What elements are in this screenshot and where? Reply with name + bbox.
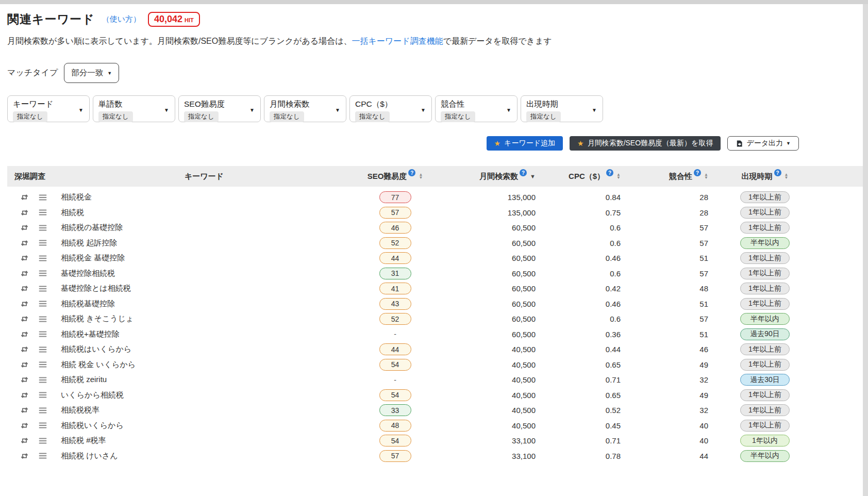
menu-icon[interactable]: [39, 270, 47, 277]
suggest-dig-icon[interactable]: [20, 300, 29, 308]
sort-icon[interactable]: ▲▼: [784, 173, 789, 179]
keyword-cell: いくらから相続税: [61, 390, 347, 400]
seo-difficulty-badge: 57: [379, 207, 411, 219]
seo-difficulty-badge: 44: [379, 343, 411, 355]
match-type-value: 部分一致: [71, 68, 103, 78]
suggest-dig-icon[interactable]: [20, 223, 29, 232]
column-header-seo-difficulty[interactable]: SEO難易度 ? ▲▼: [347, 172, 443, 181]
seo-difficulty-badge: 41: [379, 283, 411, 294]
help-icon[interactable]: ?: [694, 169, 701, 176]
keyword-cell: 相続税の基礎控除: [61, 223, 347, 233]
search-volume-value: 60,500: [443, 223, 543, 232]
suggest-dig-icon[interactable]: [20, 421, 29, 430]
suggest-dig-icon[interactable]: [20, 284, 29, 293]
sort-desc-icon[interactable]: ▼: [530, 173, 536, 179]
menu-icon[interactable]: [39, 422, 47, 429]
cpc-value: 0.52: [543, 406, 628, 415]
menu-icon[interactable]: [39, 224, 47, 232]
export-data-button[interactable]: データ出力 ▼: [727, 136, 799, 151]
add-keyword-button[interactable]: ★ キーワード追加: [487, 136, 563, 151]
suggest-dig-icon[interactable]: [20, 436, 29, 445]
search-volume-value: 60,500: [443, 239, 543, 247]
help-icon[interactable]: ?: [408, 169, 415, 176]
keyword-text: 相続税はいくらから: [61, 344, 131, 353]
menu-icon[interactable]: [39, 376, 47, 384]
search-volume-value: 60,500: [443, 300, 543, 308]
seo-difficulty-badge: 48: [379, 420, 411, 432]
help-icon[interactable]: ?: [520, 169, 527, 176]
column-header-appearance-period[interactable]: 出現時期 ? ▲▼: [716, 172, 814, 181]
menu-icon[interactable]: [39, 391, 47, 399]
filter-cpc[interactable]: CPC（$） 指定なし ▼: [349, 95, 432, 122]
menu-icon[interactable]: [39, 255, 47, 262]
menu-icon[interactable]: [39, 361, 47, 368]
menu-icon[interactable]: [39, 316, 47, 323]
table-row: 相続税 起訴控除 52 60,500 0.6 57 半年以内: [7, 236, 868, 251]
appearance-period-badge: 1年以上前: [740, 207, 790, 219]
suggest-dig-icon[interactable]: [20, 360, 29, 369]
suggest-dig-icon[interactable]: [20, 375, 29, 384]
suggest-dig-icon[interactable]: [20, 254, 29, 262]
chevron-down-icon: ▼: [421, 107, 426, 113]
vertical-scrollbar[interactable]: [863, 4, 868, 496]
suggest-dig-icon[interactable]: [20, 391, 29, 400]
sort-icon[interactable]: ▲▼: [704, 173, 708, 179]
suggest-dig-icon[interactable]: [20, 452, 29, 460]
column-header-competition[interactable]: 競合性 ? ▲▼: [628, 172, 716, 181]
help-icon[interactable]: ?: [606, 169, 613, 176]
usage-link[interactable]: （使い方）: [102, 14, 141, 24]
filter-competition[interactable]: 競合性 指定なし ▼: [435, 95, 518, 122]
appearance-period-badge: 1年以上前: [740, 359, 790, 371]
table-row: 相続税の基礎控除 46 60,500 0.6 57 1年以上前: [7, 220, 868, 236]
match-type-dropdown[interactable]: 部分一致 ▼: [64, 63, 119, 83]
menu-icon[interactable]: [39, 330, 47, 338]
menu-icon[interactable]: [39, 346, 47, 353]
column-label: SEO難易度: [368, 172, 407, 181]
menu-icon[interactable]: [39, 239, 47, 246]
fetch-latest-button[interactable]: ★ 月間検索数/SEO難易度（最新）を取得: [570, 136, 721, 151]
cpc-value: 0.6: [543, 269, 628, 278]
suggest-dig-icon[interactable]: [20, 345, 29, 354]
table-row: 基礎控除とは相続税 41 60,500 0.42 48 1年以上前: [7, 281, 868, 296]
appearance-period-badge: 1年以上前: [740, 298, 790, 310]
column-label: 競合性: [669, 172, 692, 181]
menu-icon[interactable]: [39, 209, 47, 216]
bulk-survey-link[interactable]: 一括キーワード調査機能: [352, 37, 443, 45]
help-icon[interactable]: ?: [774, 169, 781, 176]
menu-icon[interactable]: [39, 407, 47, 414]
table-header: 深堀調査 キーワード SEO難易度 ? ▲▼ 月間検索数 ? ▼ CPC（$） …: [7, 166, 868, 187]
suggest-dig-icon[interactable]: [20, 315, 29, 323]
menu-icon[interactable]: [39, 452, 47, 459]
keyword-cell: 相続税金: [61, 192, 347, 202]
menu-icon[interactable]: [39, 300, 47, 307]
suggest-dig-icon[interactable]: [20, 269, 29, 278]
sort-icon[interactable]: ▲▼: [419, 173, 423, 179]
filter-keyword[interactable]: キーワード 指定なし ▼: [7, 95, 90, 122]
column-header-search-volume[interactable]: 月間検索数 ? ▼: [443, 172, 543, 181]
seo-difficulty-badge: -: [379, 328, 411, 340]
suggest-dig-icon[interactable]: [20, 406, 29, 415]
suggest-dig-icon[interactable]: [20, 208, 29, 217]
cpc-value: 0.65: [543, 391, 628, 400]
chevron-down-icon: ▼: [506, 107, 511, 113]
cpc-value: 0.46: [543, 254, 628, 262]
menu-icon[interactable]: [39, 194, 47, 201]
column-label: 出現時期: [742, 172, 773, 181]
seo-difficulty-badge: 54: [379, 359, 411, 371]
filter-seo-difficulty[interactable]: SEO難易度 指定なし ▼: [178, 95, 261, 122]
filter-word-count[interactable]: 単語数 指定なし ▼: [93, 95, 175, 122]
suggest-dig-icon[interactable]: [20, 330, 29, 339]
menu-icon[interactable]: [39, 285, 47, 292]
keyword-text: 相続税金: [61, 192, 92, 201]
filter-appearance-period[interactable]: 出現時期 指定なし ▼: [521, 95, 603, 122]
column-header-cpc[interactable]: CPC（$） ? ▲▼: [543, 172, 628, 181]
sort-icon[interactable]: ▲▼: [616, 173, 621, 179]
export-data-label: データ出力: [746, 139, 783, 148]
suggest-dig-icon[interactable]: [20, 193, 29, 202]
filter-search-volume[interactable]: 月間検索数 指定なし ▼: [264, 95, 346, 122]
suggest-dig-icon[interactable]: [20, 239, 29, 247]
keyword-cell: 相続税 #税率: [61, 436, 347, 445]
competition-value: 44: [628, 452, 716, 460]
menu-icon[interactable]: [39, 437, 47, 444]
filter-label: 出現時期: [526, 99, 597, 110]
